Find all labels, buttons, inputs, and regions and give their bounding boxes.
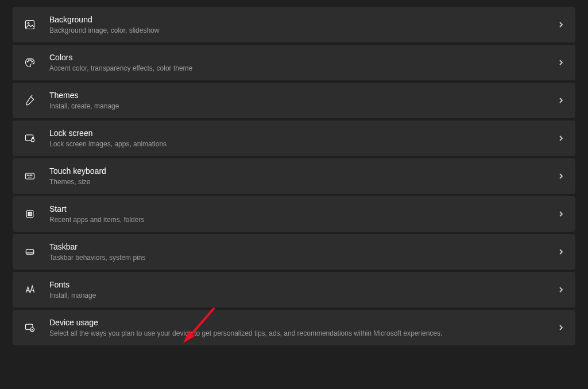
svg-rect-8 (26, 173, 34, 179)
svg-point-19 (29, 213, 30, 214)
svg-point-22 (29, 215, 30, 216)
image-icon (23, 18, 37, 32)
setting-row-device-usage[interactable]: Device usage Select all the ways you pla… (13, 310, 575, 345)
row-text: Background Background image, color, slid… (49, 14, 557, 35)
svg-point-21 (28, 215, 29, 216)
row-desc: Accent color, transparency effects, colo… (49, 64, 557, 73)
svg-point-2 (27, 61, 28, 63)
lockscreen-icon (23, 131, 37, 145)
row-title: Background (49, 14, 557, 25)
row-title: Start (49, 204, 557, 215)
row-title: Themes (49, 90, 557, 101)
paintbrush-icon (23, 94, 37, 107)
chevron-right-icon (557, 324, 565, 332)
svg-point-12 (32, 175, 32, 176)
row-text: Touch keyboard Themes, size (49, 166, 557, 186)
setting-row-themes[interactable]: Themes Install, create, manage (13, 83, 575, 118)
chevron-right-icon (557, 248, 565, 256)
chevron-right-icon (557, 134, 565, 142)
svg-point-9 (27, 175, 28, 176)
chevron-right-icon (557, 96, 565, 104)
row-title: Touch keyboard (49, 166, 557, 177)
svg-rect-7 (32, 139, 34, 142)
row-desc: Lock screen images, apps, animations (49, 139, 557, 149)
chevron-right-icon (557, 210, 565, 218)
svg-point-16 (29, 212, 30, 213)
row-text: Themes Install, create, manage (49, 90, 557, 111)
row-title: Taskbar (49, 242, 557, 252)
row-desc: Taskbar behaviors, system pins (49, 253, 557, 262)
setting-row-start[interactable]: Start Recent apps and items, folders (13, 196, 575, 232)
row-title: Lock screen (49, 128, 557, 139)
setting-row-lockscreen[interactable]: Lock screen Lock screen images, apps, an… (13, 120, 575, 156)
svg-point-1 (28, 22, 29, 24)
row-desc: Themes, size (49, 177, 557, 186)
settings-list: Background Background image, color, slid… (0, 0, 588, 360)
row-title: Device usage (49, 317, 557, 328)
fonts-icon (23, 283, 37, 297)
row-desc: Select all the ways you plan to use your… (49, 329, 557, 338)
svg-point-17 (31, 212, 32, 213)
svg-point-20 (31, 213, 32, 214)
row-title: Colors (49, 52, 557, 63)
row-desc: Recent apps and items, folders (49, 215, 557, 224)
row-desc: Install, create, manage (49, 102, 557, 111)
taskbar-icon (23, 245, 37, 259)
row-text: Fonts Install, manage (49, 279, 557, 300)
svg-point-15 (28, 212, 29, 213)
start-menu-icon (23, 207, 37, 221)
device-usage-icon (23, 321, 37, 334)
svg-rect-0 (26, 21, 34, 29)
row-text: Start Recent apps and items, folders (49, 204, 557, 224)
setting-row-colors[interactable]: Colors Accent color, transparency effect… (13, 45, 575, 80)
setting-row-fonts[interactable]: Fonts Install, manage (13, 272, 575, 308)
chevron-right-icon (557, 21, 565, 29)
row-text: Taskbar Taskbar behaviors, system pins (49, 242, 557, 262)
keyboard-icon (23, 169, 37, 183)
svg-point-3 (29, 60, 30, 61)
row-text: Lock screen Lock screen images, apps, an… (49, 128, 557, 149)
svg-point-18 (28, 213, 29, 214)
setting-row-taskbar[interactable]: Taskbar Taskbar behaviors, system pins (13, 234, 575, 270)
setting-row-touchkeyboard[interactable]: Touch keyboard Themes, size (13, 158, 575, 194)
row-text: Device usage Select all the ways you pla… (49, 317, 557, 338)
row-text: Colors Accent color, transparency effect… (49, 52, 557, 73)
row-title: Fonts (49, 279, 557, 290)
svg-point-10 (29, 175, 29, 176)
chevron-right-icon (557, 59, 565, 67)
chevron-right-icon (557, 286, 565, 294)
setting-row-background[interactable]: Background Background image, color, slid… (13, 7, 575, 42)
svg-point-4 (30, 60, 32, 61)
palette-icon (23, 56, 37, 69)
row-desc: Background image, color, slideshow (49, 26, 557, 35)
row-desc: Install, manage (49, 291, 557, 300)
svg-point-23 (31, 215, 32, 216)
svg-point-11 (30, 175, 30, 176)
svg-point-5 (32, 61, 33, 63)
svg-rect-24 (26, 250, 33, 254)
chevron-right-icon (557, 172, 565, 180)
